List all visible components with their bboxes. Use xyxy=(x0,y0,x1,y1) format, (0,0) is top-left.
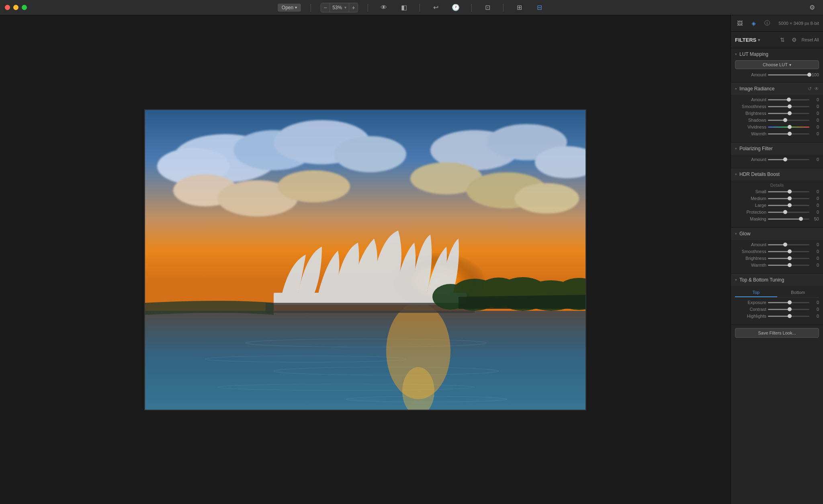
lut-amount-thumb[interactable] xyxy=(807,73,811,77)
ir-shadows-slider[interactable] xyxy=(768,120,809,121)
photo-overlay xyxy=(145,110,586,410)
glow-warmth-slider[interactable] xyxy=(768,265,809,266)
minimize-button[interactable] xyxy=(13,5,18,10)
filters-title[interactable]: FILTERS xyxy=(735,37,760,43)
panel-info-tab[interactable]: ⓘ xyxy=(762,18,772,28)
hdr-medium-value: 0 xyxy=(811,196,819,201)
zoom-value: 53% xyxy=(330,5,344,10)
ir-warmth-slider[interactable] xyxy=(768,133,809,135)
compare-button[interactable]: ◧ xyxy=(398,2,410,14)
glow-warmth-label: Warmth xyxy=(735,263,766,267)
ir-warmth-row: Warmth 0 xyxy=(735,131,819,136)
crop-button[interactable]: ⊡ xyxy=(481,2,493,14)
image-radiance-reset[interactable]: ↺ xyxy=(808,86,812,92)
tbt-highlights-slider[interactable] xyxy=(768,316,809,317)
svg-point-9 xyxy=(278,170,350,202)
ir-brightness-slider[interactable] xyxy=(768,113,809,114)
zoom-dropdown-arrow[interactable]: ▾ xyxy=(344,5,349,10)
filter-button[interactable]: ⊟ xyxy=(533,2,545,14)
zoom-minus-button[interactable]: − xyxy=(321,3,330,12)
ir-smoothness-value: 0 xyxy=(811,104,819,109)
glow-amount-slider[interactable] xyxy=(768,244,809,245)
glow-header[interactable]: ▾ Glow xyxy=(731,228,823,240)
top-bottom-tuning-header[interactable]: ▾ Top & Bottom Tuning xyxy=(731,274,823,286)
hdr-large-slider[interactable] xyxy=(768,205,809,206)
settings-button[interactable]: ⚙ xyxy=(806,2,818,14)
pf-amount-value: 0 xyxy=(811,157,819,162)
titlebar: Open − 53% ▾ + 👁 ◧ ↩ 🕐 ⊡ ⊞ ⊟ ⚙ xyxy=(0,0,823,15)
choose-lut-button[interactable]: Choose LUT xyxy=(735,60,819,69)
filters-sort-button[interactable]: ⇅ xyxy=(778,35,787,45)
panel-filter-tab[interactable]: ◈ xyxy=(749,18,758,28)
titlebar-right: ⚙ xyxy=(806,2,818,14)
glow-title: ▾ Glow xyxy=(735,231,750,237)
hdr-masking-slider[interactable] xyxy=(768,218,809,220)
tbt-highlights-label: Highlights xyxy=(735,314,766,318)
history-button[interactable]: 🕐 xyxy=(450,2,462,14)
glow-smoothness-slider[interactable] xyxy=(768,251,809,252)
ir-vividness-row: Vividness 0 xyxy=(735,124,819,129)
polarizing-filter-header[interactable]: ▾ Polarizing Filter xyxy=(731,143,823,155)
filters-actions: ⇅ ⚙ Reset All xyxy=(778,35,819,45)
tab-top[interactable]: Top xyxy=(735,288,777,297)
hdr-small-slider[interactable] xyxy=(768,191,809,192)
close-button[interactable] xyxy=(5,5,10,10)
zoom-control: − 53% ▾ + xyxy=(321,3,358,12)
canvas-area[interactable] xyxy=(0,15,731,504)
save-filters-button[interactable]: Save Filters Look... xyxy=(735,328,819,338)
panel-photo-tab[interactable]: 🖼 xyxy=(735,18,745,28)
filters-header: FILTERS ⇅ ⚙ Reset All xyxy=(731,32,823,48)
tbt-highlights-value: 0 xyxy=(811,314,819,318)
hdr-details-header[interactable]: ▾ HDR Details Boost xyxy=(731,168,823,180)
undo-button[interactable]: ↩ xyxy=(430,2,442,14)
lut-amount-slider[interactable] xyxy=(768,74,809,75)
filters-settings-button[interactable]: ⚙ xyxy=(790,35,799,45)
ir-amount-slider[interactable] xyxy=(768,99,809,100)
glow-brightness-slider[interactable] xyxy=(768,258,809,259)
zoom-plus-button[interactable]: + xyxy=(349,3,358,12)
hdr-large-label: Large xyxy=(735,203,766,208)
hdr-small-value: 0 xyxy=(811,189,819,194)
top-bottom-tuning-title: ▾ Top & Bottom Tuning xyxy=(735,277,784,283)
tbt-exposure-row: Exposure 0 xyxy=(735,300,819,305)
hdr-details-section: ▾ HDR Details Boost Details Small 0 Medi… xyxy=(731,168,823,228)
tbt-exposure-slider[interactable] xyxy=(768,302,809,303)
pf-amount-slider[interactable] xyxy=(768,159,809,160)
separator-4 xyxy=(471,4,472,12)
glow-brightness-row: Brightness 0 xyxy=(735,256,819,261)
tbt-contrast-value: 0 xyxy=(811,307,819,312)
image-radiance-header[interactable]: ▾ Image Radiance ↺ 👁 xyxy=(731,83,823,95)
hdr-details-content: Details Small 0 Medium 0 xyxy=(731,180,823,227)
titlebar-toolbar: Open − 53% ▾ + 👁 ◧ ↩ 🕐 ⊡ ⊞ ⊟ xyxy=(278,2,545,14)
ir-amount-value: 0 xyxy=(811,97,819,102)
ir-warmth-label: Warmth xyxy=(735,131,766,136)
ir-smoothness-slider[interactable] xyxy=(768,106,809,107)
glow-smoothness-label: Smoothness xyxy=(735,249,766,254)
lut-mapping-title: ▾ LUT Mapping xyxy=(735,51,819,57)
tab-bottom[interactable]: Bottom xyxy=(777,288,819,297)
tbt-contrast-slider[interactable] xyxy=(768,309,809,310)
hdr-medium-label: Medium xyxy=(735,196,766,201)
hdr-protection-value: 0 xyxy=(811,210,819,214)
reset-all-button[interactable]: Reset All xyxy=(802,37,819,42)
image-radiance-content: Amount 0 Smoothness 0 Bright xyxy=(731,95,823,142)
ir-vividness-value: 0 xyxy=(811,124,819,129)
top-bottom-tuning-section: ▾ Top & Bottom Tuning Top Bottom Exposur… xyxy=(731,274,823,325)
ir-shadows-label: Shadows xyxy=(735,118,766,122)
hdr-masking-row: Masking 50 xyxy=(735,216,819,221)
hdr-details-sublabel: Details xyxy=(735,183,819,188)
ir-smoothness-row: Smoothness 0 xyxy=(735,104,819,109)
ir-smoothness-label: Smoothness xyxy=(735,104,766,109)
grid-button[interactable]: ⊞ xyxy=(513,2,525,14)
maximize-button[interactable] xyxy=(22,5,27,10)
image-radiance-visibility[interactable]: 👁 xyxy=(814,86,819,92)
tbt-exposure-value: 0 xyxy=(811,300,819,305)
hdr-medium-slider[interactable] xyxy=(768,198,809,199)
ir-brightness-label: Brightness xyxy=(735,111,766,116)
hdr-protection-slider[interactable] xyxy=(768,212,809,213)
hdr-masking-value: 50 xyxy=(811,216,819,221)
ir-vividness-slider[interactable] xyxy=(768,127,809,128)
main-content: 🖼 ◈ ⓘ 5000 × 3409 px 8-bit FILTERS ⇅ ⚙ R… xyxy=(0,15,823,504)
open-button[interactable]: Open xyxy=(278,4,301,12)
preview-button[interactable]: 👁 xyxy=(378,2,390,14)
